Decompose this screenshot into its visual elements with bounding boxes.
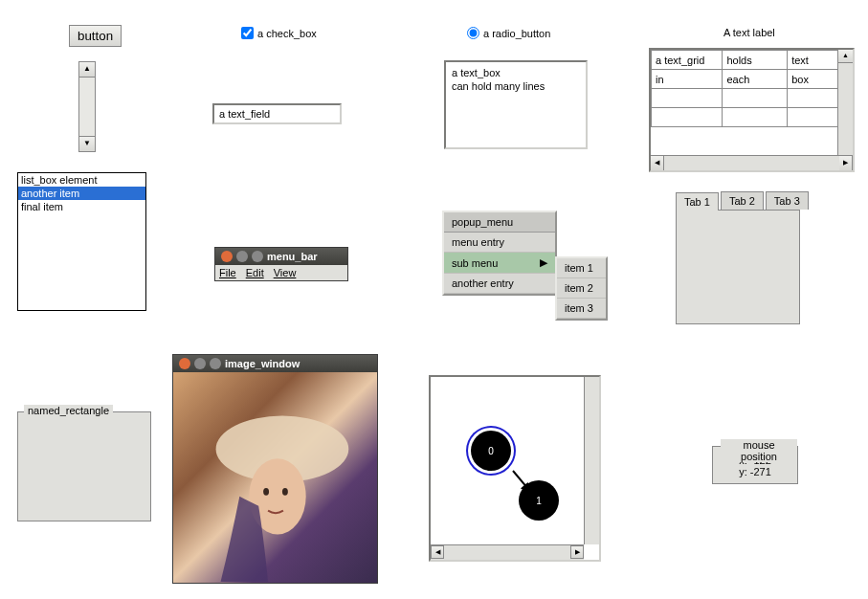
submenu-item[interactable]: item 2 xyxy=(557,278,606,299)
button[interactable]: button xyxy=(69,25,122,47)
svg-point-3 xyxy=(282,488,288,496)
menu-bar-window: menu_bar File Edit View xyxy=(214,247,348,281)
table-row: in each box xyxy=(652,70,853,89)
grid-scrollbar-vertical[interactable]: ▲ xyxy=(837,50,853,155)
grid-cell[interactable] xyxy=(723,89,788,108)
text-box[interactable]: a text_box can hold many lines xyxy=(444,60,588,149)
grid-cell[interactable]: in xyxy=(652,70,723,89)
popup-item-submenu[interactable]: sub menu ▶ xyxy=(444,253,555,274)
tab-2[interactable]: Tab 2 xyxy=(721,191,764,210)
graph-canvas[interactable]: 0 1 ◀ ▶ xyxy=(429,375,601,562)
named-rectangle: named_rectangle xyxy=(17,411,151,521)
table-row: a text_grid holds text xyxy=(652,51,853,70)
grid-scrollbar-horizontal[interactable]: ◀ ▶ xyxy=(651,155,853,170)
mouse-position-legend: mouse position xyxy=(721,439,797,462)
scroll-left-icon[interactable]: ◀ xyxy=(651,156,664,170)
radio-wrap: a radio_button xyxy=(467,27,550,39)
popup-item[interactable]: another entry xyxy=(444,274,555,294)
scrollbar[interactable]: ▲ ▼ xyxy=(78,61,96,152)
minimize-icon[interactable] xyxy=(194,358,206,369)
submenu-item[interactable]: item 1 xyxy=(557,258,606,278)
tab-row: Tab 1 Tab 2 Tab 3 xyxy=(676,191,811,210)
grid-cell[interactable]: each xyxy=(723,70,788,89)
grid-cell[interactable]: holds xyxy=(723,51,788,70)
table-row xyxy=(652,108,853,127)
popup-menu: popup_menu menu entry sub menu ▶ another… xyxy=(442,211,557,296)
checkbox[interactable] xyxy=(241,27,254,39)
popup-header: popup_menu xyxy=(444,212,555,233)
tab-3[interactable]: Tab 3 xyxy=(766,191,809,210)
close-icon[interactable] xyxy=(179,358,190,369)
window-title: menu_bar xyxy=(267,251,318,262)
scroll-up-icon[interactable]: ▲ xyxy=(838,50,853,63)
close-icon[interactable] xyxy=(221,251,233,262)
mouse-position-box: mouse position x: -122 y: -271 xyxy=(712,446,798,484)
titlebar[interactable]: image_window xyxy=(173,355,377,372)
svg-point-2 xyxy=(263,488,269,496)
menu-file[interactable]: File xyxy=(219,267,236,278)
scroll-right-icon[interactable]: ▶ xyxy=(839,156,853,170)
list-item[interactable]: another item xyxy=(18,187,145,200)
mouse-y-value: y: -271 xyxy=(723,466,788,477)
list-item[interactable]: final item xyxy=(18,200,145,213)
submenu: item 1 item 2 item 3 xyxy=(555,256,608,321)
graph-node-1[interactable]: 1 xyxy=(519,480,559,521)
graph-node-0[interactable]: 0 xyxy=(471,431,511,471)
list-box[interactable]: list_box element another item final item xyxy=(17,172,146,311)
tabs: Tab 1 Tab 2 Tab 3 xyxy=(676,191,811,324)
grid-cell[interactable] xyxy=(652,108,723,127)
scroll-right-icon[interactable]: ▶ xyxy=(570,545,584,559)
minimize-icon[interactable] xyxy=(236,251,248,262)
checkbox-label: a check_box xyxy=(257,28,317,39)
tab-body xyxy=(676,210,800,324)
menubar: File Edit View xyxy=(215,265,347,280)
maximize-icon[interactable] xyxy=(252,251,263,262)
checkbox-wrap: a check_box xyxy=(241,27,317,39)
grid-cell[interactable] xyxy=(652,89,723,108)
maximize-icon[interactable] xyxy=(210,358,221,369)
submenu-item[interactable]: item 3 xyxy=(557,299,606,319)
scroll-up-icon[interactable]: ▲ xyxy=(79,62,95,78)
text-label: A text label xyxy=(723,27,775,38)
window-title: image_window xyxy=(225,358,300,369)
titlebar[interactable]: menu_bar xyxy=(215,248,347,265)
chevron-right-icon: ▶ xyxy=(540,256,547,269)
popup-item[interactable]: menu entry xyxy=(444,233,555,253)
image-window: image_window xyxy=(172,354,378,584)
list-item[interactable]: list_box element xyxy=(18,173,145,187)
canvas-scrollbar-vertical[interactable] xyxy=(584,377,599,544)
lena-image-icon xyxy=(173,372,377,583)
scrollbar-track[interactable] xyxy=(79,78,95,136)
radio-button[interactable] xyxy=(467,27,479,39)
popup-item-label: sub menu xyxy=(452,257,498,269)
table-row xyxy=(652,89,853,108)
grid-cell[interactable]: a text_grid xyxy=(652,51,723,70)
menu-view[interactable]: View xyxy=(274,267,297,278)
grid-cell[interactable] xyxy=(723,108,788,127)
text-grid-table: a text_grid holds text in each box xyxy=(651,50,853,127)
text-field[interactable] xyxy=(212,103,342,124)
scroll-down-icon[interactable]: ▼ xyxy=(79,136,95,151)
menu-edit[interactable]: Edit xyxy=(246,267,264,278)
radio-label: a radio_button xyxy=(483,28,550,39)
named-rectangle-label: named_rectangle xyxy=(24,405,113,416)
canvas-scrollbar-horizontal[interactable]: ◀ ▶ xyxy=(431,544,584,560)
scroll-left-icon[interactable]: ◀ xyxy=(431,545,444,559)
tab-1[interactable]: Tab 1 xyxy=(676,192,719,211)
image-content xyxy=(173,372,377,583)
text-grid[interactable]: a text_grid holds text in each box ▲ ◀ ▶ xyxy=(649,48,855,172)
